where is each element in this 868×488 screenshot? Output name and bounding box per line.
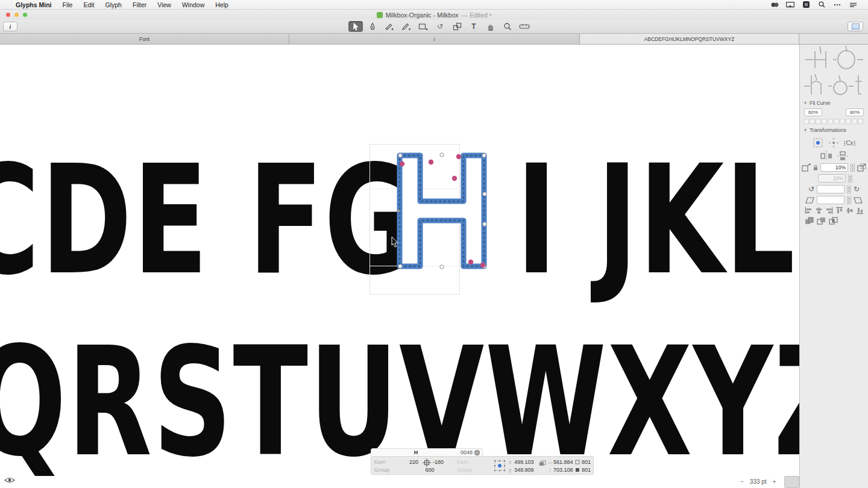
mirror-vertical-icon[interactable] bbox=[837, 151, 848, 161]
x-value[interactable]: 499.103 bbox=[514, 459, 534, 465]
fit-curve-step-button[interactable] bbox=[834, 119, 839, 124]
fit-curve-step-button[interactable] bbox=[804, 119, 809, 124]
align-center-h-icon[interactable] bbox=[815, 207, 823, 214]
info-button[interactable]: i bbox=[3, 22, 17, 31]
align-bottom-icon[interactable] bbox=[856, 207, 864, 214]
slant-left-icon[interactable] bbox=[805, 196, 814, 204]
gear-icon[interactable] bbox=[474, 450, 480, 455]
fit-curve-header[interactable]: ▼ Fit Curve bbox=[800, 97, 868, 107]
fit-curve-max-field[interactable]: 80% bbox=[846, 108, 864, 116]
nodes-total-icon bbox=[575, 460, 580, 465]
tab-font[interactable]: Font bbox=[0, 34, 289, 44]
glyph-row-top-right[interactable]: I JKL bbox=[516, 145, 796, 296]
sidebearing-widget-icon[interactable] bbox=[422, 458, 432, 467]
minimize-window-button[interactable] bbox=[14, 13, 19, 17]
scale-y-stepper[interactable]: ▲▼ bbox=[848, 175, 852, 183]
fit-curve-min-field[interactable]: 60% bbox=[804, 108, 822, 116]
slant-right-icon[interactable] bbox=[854, 196, 863, 204]
fit-curve-step-button[interactable] bbox=[840, 119, 845, 124]
align-right-icon[interactable] bbox=[825, 207, 833, 214]
selection-width-value[interactable]: 561.884 bbox=[553, 459, 573, 465]
display-mirroring-icon[interactable] bbox=[786, 1, 794, 8]
window-title-bar[interactable]: Milkbox-Organic - Milkbox — Edited ▾ bbox=[0, 10, 868, 20]
zoom-in-button[interactable]: + bbox=[773, 478, 776, 485]
hand-tool[interactable] bbox=[483, 21, 498, 32]
width-value[interactable]: 600 bbox=[423, 467, 436, 473]
select-tool[interactable] bbox=[348, 21, 363, 32]
primitives-tool[interactable] bbox=[416, 21, 430, 32]
align-middle-v-icon[interactable] bbox=[846, 207, 854, 214]
transform-origin-point-icon[interactable] bbox=[828, 137, 839, 148]
mirror-horizontal-icon[interactable] bbox=[820, 151, 832, 161]
preview-eye-icon[interactable] bbox=[4, 477, 15, 484]
erase-knife-tool[interactable] bbox=[382, 21, 397, 32]
menu-glyph[interactable]: Glyph bbox=[105, 1, 122, 8]
fit-curve-step-button[interactable] bbox=[852, 119, 857, 124]
rotate-stepper[interactable]: ▲▼ bbox=[847, 186, 851, 193]
spotlight-icon[interactable] bbox=[817, 1, 826, 8]
fit-curve-step-button[interactable] bbox=[858, 119, 863, 124]
fit-curve-step-button[interactable] bbox=[810, 119, 815, 124]
scale-down-icon[interactable] bbox=[802, 163, 811, 172]
align-left-icon[interactable] bbox=[805, 207, 813, 214]
selected-glyph-H-outline[interactable] bbox=[396, 152, 488, 270]
glyph-row-top-left[interactable]: CDE FG bbox=[0, 145, 415, 296]
zoom-tool[interactable] bbox=[500, 21, 515, 32]
notification-lines-icon[interactable] bbox=[849, 1, 857, 8]
transform-origin-bounds-icon[interactable] bbox=[813, 137, 823, 148]
disclosure-triangle-icon[interactable]: ▼ bbox=[804, 128, 807, 132]
disclosure-triangle-icon[interactable]: ▼ bbox=[804, 101, 807, 105]
close-window-button[interactable] bbox=[6, 13, 10, 17]
scale-tool[interactable] bbox=[450, 21, 464, 32]
fit-curve-step-button[interactable] bbox=[846, 119, 851, 124]
text-tool[interactable]: T bbox=[467, 21, 481, 32]
menu-filter[interactable]: Filter bbox=[133, 1, 146, 8]
align-top-icon[interactable] bbox=[835, 207, 843, 214]
zoom-value[interactable]: 333 pt bbox=[750, 478, 767, 485]
app-tile-icon[interactable] bbox=[802, 1, 810, 8]
tab-alphabet[interactable]: ABCDEFGHIJKLMNOPQRSTUVWXYZ bbox=[580, 34, 799, 44]
menu-window[interactable]: Window bbox=[182, 1, 204, 8]
transformations-header[interactable]: ▼ Transformations bbox=[800, 124, 868, 134]
slant-angle-field[interactable] bbox=[817, 196, 844, 204]
rotate-tool[interactable]: ↺ bbox=[433, 21, 447, 32]
transform-reference-icon[interactable]: •••Cx••• bbox=[844, 140, 855, 146]
kern-left-value[interactable]: 220 bbox=[399, 459, 418, 465]
measure-tool[interactable] bbox=[517, 21, 532, 32]
left-side-node[interactable] bbox=[397, 210, 400, 213]
scale-x-stepper[interactable]: ▲▼ bbox=[851, 164, 855, 172]
kern-right-value[interactable]: -180 bbox=[433, 459, 451, 465]
zoom-out-button[interactable]: − bbox=[740, 478, 744, 485]
pencil-tool[interactable] bbox=[399, 21, 414, 32]
fit-curve-step-button[interactable] bbox=[822, 119, 827, 124]
menu-edit[interactable]: Edit bbox=[83, 1, 94, 8]
title-chevron-icon[interactable]: ▾ bbox=[489, 13, 492, 17]
menu-file[interactable]: File bbox=[63, 1, 73, 8]
menu-help[interactable]: Help bbox=[215, 1, 228, 8]
scale-up-icon[interactable] bbox=[857, 163, 866, 172]
scale-y-field[interactable]: 10% bbox=[818, 174, 846, 183]
rotate-cw-button[interactable]: ↻ bbox=[854, 186, 860, 193]
subtract-icon[interactable] bbox=[817, 217, 826, 225]
fit-curve-step-button[interactable] bbox=[828, 119, 833, 124]
intersect-icon[interactable] bbox=[829, 217, 838, 225]
more-dots-icon[interactable] bbox=[833, 1, 841, 8]
lock-icon[interactable] bbox=[813, 164, 818, 170]
menu-view[interactable]: View bbox=[157, 1, 171, 8]
app-menu[interactable]: Glyphs Mini bbox=[16, 1, 52, 8]
rotate-angle-field[interactable] bbox=[817, 185, 844, 193]
rotate-ccw-button[interactable]: ↺ bbox=[808, 186, 814, 193]
slant-stepper[interactable]: ▲▼ bbox=[847, 196, 851, 204]
sidebar-toggle-button[interactable] bbox=[848, 22, 863, 31]
union-icon[interactable] bbox=[805, 217, 814, 225]
scale-x-field[interactable]: 10% bbox=[820, 163, 848, 172]
draw-pen-tool[interactable] bbox=[365, 21, 380, 32]
edit-canvas[interactable]: CDE FG I JKL QRSTUVWXYZ H 0048 Kern bbox=[0, 45, 799, 488]
y-value[interactable]: 348.908 bbox=[514, 467, 534, 473]
tab-i[interactable]: i bbox=[289, 34, 580, 44]
glyph-outline-path[interactable] bbox=[400, 155, 484, 266]
fit-curve-step-button[interactable] bbox=[816, 119, 821, 124]
selection-height-value[interactable]: 703.108 bbox=[553, 467, 573, 473]
zoom-window-button[interactable] bbox=[23, 13, 27, 17]
record-icon[interactable] bbox=[770, 1, 779, 8]
